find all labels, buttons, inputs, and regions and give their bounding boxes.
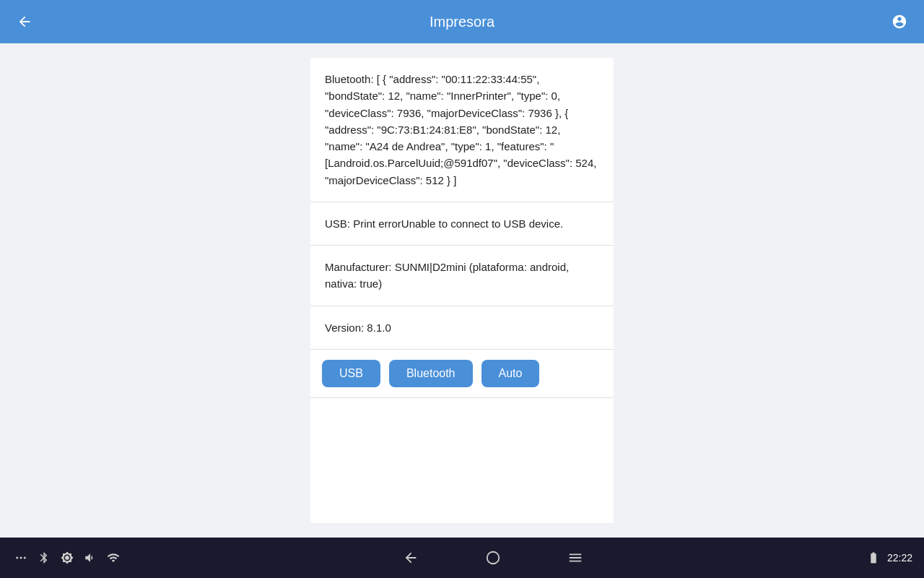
nav-icons [120, 545, 867, 570]
nav-home-button[interactable] [481, 545, 505, 570]
more-icon[interactable] [14, 551, 27, 564]
app-bar: Impresora [0, 0, 924, 43]
manufacturer-info-row: Manufacturer: SUNMI|D2mini (plataforma: … [310, 246, 614, 306]
usb-info-row: USB: Print errorUnable to connect to USB… [310, 202, 614, 246]
action-buttons-row: USB Bluetooth Auto [310, 350, 614, 398]
bottom-navigation-bar: 22:22 [0, 538, 924, 578]
version-info-row: Version: 8.1.0 [310, 306, 614, 350]
nav-back-button[interactable] [398, 545, 423, 570]
time-display: 22:22 [887, 552, 912, 564]
svg-point-2 [24, 557, 26, 559]
svg-point-0 [16, 557, 18, 559]
svg-point-1 [20, 557, 22, 559]
bluetooth-button[interactable]: Bluetooth [389, 360, 473, 387]
account-button[interactable] [886, 9, 912, 35]
manufacturer-info-text: Manufacturer: SUNMI|D2mini (plataforma: … [325, 261, 569, 290]
status-icons [0, 551, 120, 564]
wifi-icon [107, 551, 120, 564]
usb-info-text: USB: Print errorUnable to connect to USB… [325, 217, 563, 230]
main-content: Bluetooth: [ { "address": "00:11:22:33:4… [0, 43, 924, 538]
svg-point-3 [487, 552, 500, 564]
brightness-icon[interactable] [61, 551, 74, 564]
content-card: Bluetooth: [ { "address": "00:11:22:33:4… [310, 58, 614, 523]
version-info-text: Version: 8.1.0 [325, 322, 391, 334]
battery-icon [867, 551, 880, 564]
volume-icon[interactable] [84, 551, 97, 564]
page-title: Impresora [430, 14, 494, 30]
auto-button[interactable]: Auto [481, 360, 540, 387]
back-button[interactable] [12, 9, 38, 35]
bluetooth-info-text: Bluetooth: [ { "address": "00:11:22:33:4… [325, 73, 596, 186]
bluetooth-info-row: Bluetooth: [ { "address": "00:11:22:33:4… [310, 58, 614, 202]
usb-button[interactable]: USB [322, 360, 380, 387]
system-icons: 22:22 [867, 551, 924, 564]
nav-menu-button[interactable] [563, 545, 588, 570]
bluetooth-status-icon [38, 551, 51, 564]
